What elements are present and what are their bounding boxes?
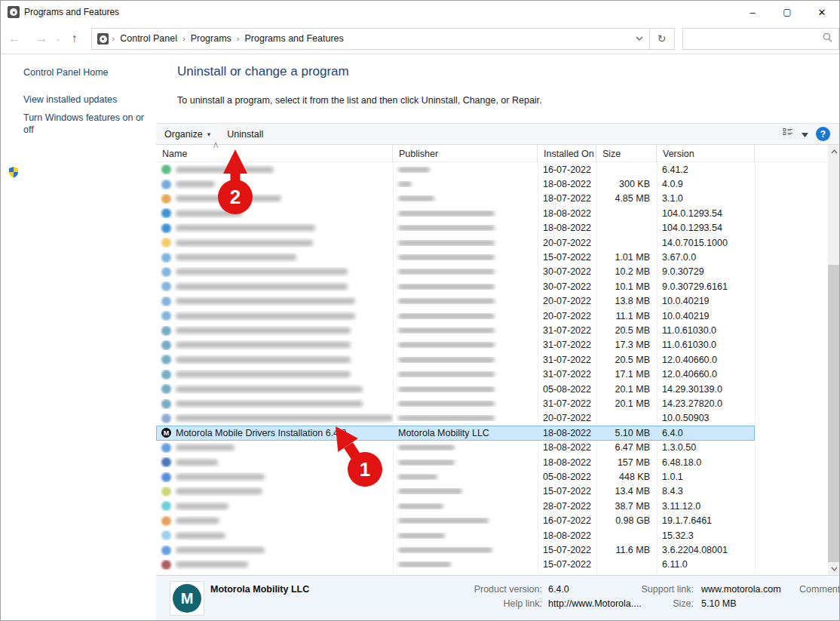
blurred-publisher — [398, 444, 455, 450]
details-view-icon[interactable] — [783, 128, 794, 140]
installed-on-cell: 31-07-2022 — [538, 369, 596, 380]
publisher-cell — [393, 298, 538, 304]
recent-pages-chevron-icon[interactable]: ⌄ — [55, 35, 64, 42]
program-row[interactable]: 31-07-202220.1 MB14.23.27820.0 — [156, 396, 755, 410]
scroll-down-icon[interactable] — [828, 562, 840, 575]
size-cell: 17.3 MB — [596, 340, 657, 350]
program-name-cell — [156, 164, 393, 174]
program-row[interactable]: 18-08-2022104.0.1293.54 — [156, 206, 755, 220]
program-icon — [161, 223, 171, 233]
program-icon — [161, 326, 171, 336]
program-row[interactable]: 05-08-2022448 KB1.0.1 — [156, 469, 755, 484]
minimize-button[interactable]: – — [735, 1, 770, 23]
view-options-chevron-icon[interactable] — [802, 129, 808, 140]
organize-button[interactable]: Organize ▾ — [156, 124, 219, 144]
program-name-cell — [156, 238, 393, 247]
back-icon[interactable]: ← — [1, 32, 28, 45]
sidebar-item-turn-windows-features[interactable]: Turn Windows features on or off — [23, 112, 146, 136]
uninstall-button[interactable]: Uninstall — [219, 124, 271, 144]
address-dropdown-chevron-icon[interactable] — [630, 29, 649, 49]
breadcrumb-programs[interactable]: Programs — [186, 33, 236, 44]
installed-on-cell: 18-08-2022 — [538, 179, 596, 189]
toolbar: Organize ▾ Uninstall ? — [156, 123, 840, 145]
support-link-value[interactable]: www.motorola.com — [701, 584, 781, 595]
maximize-button[interactable]: ▢ — [770, 1, 805, 23]
program-row[interactable]: 31-07-202217.3 MB11.0.61030.0 — [156, 338, 755, 352]
sidebar-item-control-panel-home[interactable]: Control Panel Home — [23, 67, 109, 78]
publisher-cell — [393, 444, 538, 450]
blurred-publisher — [398, 254, 495, 260]
close-button[interactable]: ✕ — [805, 1, 839, 23]
installed-on-cell: 15-07-2022 — [538, 486, 596, 496]
address-bar[interactable]: › Control Panel › Programs › Programs an… — [91, 28, 675, 50]
program-row[interactable]: 05-08-202220.1 MB14.29.30139.0 — [156, 382, 755, 396]
program-row[interactable]: 31-07-202220.5 MB11.0.61030.0 — [156, 323, 755, 337]
version-cell: 4.0.9 — [657, 179, 755, 189]
size-cell: 20.1 MB — [596, 384, 657, 395]
program-row[interactable]: 20-07-202211.1 MB10.0.40219 — [156, 309, 755, 323]
program-row[interactable]: 15-07-202211.6 MB3.6.2204.08001 — [156, 543, 755, 557]
program-row[interactable]: 30-07-202210.2 MB9.0.30729 — [156, 265, 755, 279]
publisher-cell — [393, 313, 538, 319]
column-header-name[interactable]: Name — [156, 145, 393, 162]
search-input[interactable] — [683, 29, 823, 49]
program-row[interactable]: 18-08-2022157 MB6.48.18.0 — [156, 455, 755, 469]
blurred-program-name — [176, 460, 218, 466]
program-icon — [161, 384, 171, 394]
program-row[interactable]: 16-07-20220.98 GB19.1.7.6461 — [156, 514, 755, 528]
version-cell: 3.67.0.0 — [657, 252, 755, 263]
installed-on-cell: 15-07-2022 — [538, 252, 596, 263]
scrollbar-thumb[interactable] — [828, 265, 840, 562]
up-icon[interactable]: ↑ — [64, 32, 85, 45]
program-row[interactable]: 15-07-20226.11.0 — [156, 558, 755, 572]
help-icon[interactable]: ? — [816, 127, 830, 141]
version-cell: 11.0.61030.0 — [657, 325, 755, 336]
blurred-publisher — [398, 342, 495, 348]
publisher-cell — [393, 503, 538, 509]
vertical-scrollbar[interactable] — [828, 145, 840, 575]
installed-on-cell: 18-08-2022 — [538, 442, 596, 453]
scroll-up-icon[interactable] — [828, 145, 840, 158]
program-row[interactable]: 18-07-20224.85 MB3.1.0 — [156, 192, 755, 206]
refresh-icon[interactable]: ↻ — [649, 29, 674, 49]
breadcrumb-control-panel[interactable]: Control Panel — [115, 33, 182, 44]
column-header-installed-on[interactable]: Installed On — [538, 145, 596, 162]
forward-icon[interactable]: → — [28, 32, 55, 45]
breadcrumb-programs-and-features[interactable]: Programs and Features — [241, 33, 348, 44]
product-version-label: Product version: — [437, 584, 542, 595]
sidebar-item-view-installed-updates[interactable]: View installed updates — [23, 94, 117, 105]
blurred-publisher — [398, 225, 495, 231]
blurred-program-name — [176, 488, 262, 494]
program-row[interactable]: 31-07-202217.1 MB12.0.40660.0 — [156, 367, 755, 382]
column-header-size[interactable]: Size — [596, 145, 657, 162]
installed-on-cell: 15-07-2022 — [538, 559, 596, 570]
blurred-publisher — [398, 357, 495, 363]
blurred-publisher — [398, 327, 495, 334]
program-row[interactable]: 20-07-202210.0.50903 — [156, 411, 755, 426]
program-row[interactable]: 20-07-202213.8 MB10.0.40219 — [156, 294, 755, 309]
program-row-selected[interactable]: MMotorola Mobile Drivers Installation 6.… — [156, 426, 755, 440]
program-row[interactable]: 18-08-20226.47 MB1.3.0.50 — [156, 441, 755, 455]
search-box[interactable] — [682, 28, 839, 50]
publisher-cell — [393, 181, 538, 187]
blurred-program-name — [176, 225, 315, 231]
program-row[interactable]: 30-07-202210.1 MB9.0.30729.6161 — [156, 279, 755, 294]
program-row[interactable]: 31-07-202220.5 MB12.0.40660.0 — [156, 352, 755, 367]
blurred-publisher — [398, 195, 434, 201]
size-cell: 20.1 MB — [596, 398, 657, 409]
version-cell: 104.0.1293.54 — [657, 208, 755, 219]
program-name-cell: MMotorola Mobile Drivers Installation 6.… — [156, 428, 393, 438]
program-name-cell — [156, 297, 393, 306]
program-row[interactable]: 18-08-202215.32.3 — [156, 528, 755, 543]
program-row[interactable]: 20-07-202214.0.7015.1000 — [156, 235, 755, 250]
blurred-program-name — [176, 211, 242, 217]
program-row[interactable]: 28-07-202238.7 MB3.11.12.0 — [156, 499, 755, 513]
program-row[interactable]: 18-08-2022300 KB4.0.9 — [156, 177, 755, 191]
program-row[interactable]: 15-07-202213.4 MB8.4.3 — [156, 484, 755, 499]
program-row[interactable]: 18-08-2022104.0.1293.54 — [156, 221, 755, 235]
program-row[interactable]: 16-07-20226.41.2 — [156, 162, 755, 177]
program-row[interactable]: 15-07-20221.01 MB3.67.0.0 — [156, 250, 755, 264]
column-header-version[interactable]: Version — [657, 145, 755, 162]
column-header-publisher[interactable]: Publisher — [393, 145, 538, 162]
program-name-cell — [156, 355, 393, 364]
